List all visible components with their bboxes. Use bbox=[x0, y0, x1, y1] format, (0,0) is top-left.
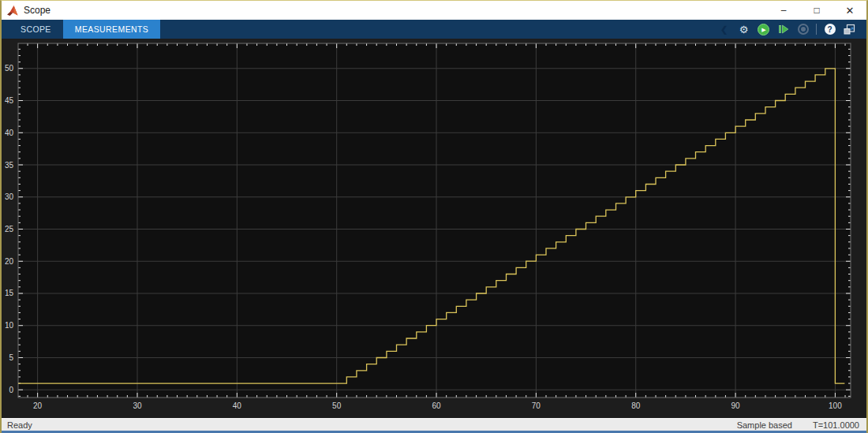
stop-icon bbox=[798, 24, 809, 35]
window-controls: – □ ✕ bbox=[767, 1, 866, 20]
simulation-time-label: T=101.0000 bbox=[813, 420, 859, 430]
chevron-left-icon: ❮ bbox=[720, 24, 728, 35]
maximize-button[interactable]: □ bbox=[800, 1, 833, 20]
toolstrip: SCOPE MEASUREMENTS ❮ ⚙ ▶ bbox=[2, 20, 866, 39]
highlight-block-icon bbox=[844, 24, 855, 35]
svg-text:80: 80 bbox=[631, 401, 641, 410]
toolstrip-buttons: ❮ ⚙ ▶ ? bbox=[717, 20, 866, 39]
scope-window: Scope – □ ✕ SCOPE MEASUREMENTS ❮ ⚙ ▶ bbox=[0, 0, 868, 433]
simulation-settings-button[interactable]: ⚙ bbox=[737, 23, 750, 36]
svg-text:50: 50 bbox=[5, 64, 14, 73]
stop-button[interactable] bbox=[796, 23, 810, 36]
gear-icon: ⚙ bbox=[739, 24, 749, 35]
svg-text:45: 45 bbox=[5, 96, 14, 105]
sample-mode-label: Sample based bbox=[737, 420, 792, 430]
svg-text:30: 30 bbox=[5, 192, 14, 201]
svg-text:10: 10 bbox=[5, 321, 14, 330]
status-bar: Ready Sample based T=101.0000 bbox=[2, 418, 866, 431]
svg-text:70: 70 bbox=[532, 401, 541, 410]
svg-text:30: 30 bbox=[133, 401, 142, 410]
status-text: Ready bbox=[2, 420, 32, 430]
plot-figure: 203040506070809010005101520253035404550 bbox=[2, 39, 866, 418]
toolbar-separator bbox=[816, 24, 817, 35]
step-forward-icon bbox=[778, 24, 789, 35]
svg-text:0: 0 bbox=[9, 386, 13, 394]
close-button[interactable]: ✕ bbox=[833, 1, 866, 20]
svg-text:40: 40 bbox=[233, 401, 242, 410]
run-icon: ▶ bbox=[758, 24, 769, 35]
matlab-logo-icon bbox=[7, 6, 18, 16]
step-forward-button[interactable] bbox=[776, 23, 790, 36]
tab-scope[interactable]: SCOPE bbox=[9, 20, 63, 39]
svg-text:20: 20 bbox=[33, 401, 43, 410]
svg-text:20: 20 bbox=[5, 257, 14, 266]
svg-text:40: 40 bbox=[5, 129, 14, 137]
svg-text:100: 100 bbox=[829, 401, 842, 410]
minimize-button[interactable]: – bbox=[767, 1, 800, 20]
window-title: Scope bbox=[24, 5, 51, 16]
svg-text:25: 25 bbox=[5, 225, 14, 233]
svg-text:50: 50 bbox=[332, 401, 342, 410]
titlebar: Scope – □ ✕ bbox=[2, 1, 866, 20]
collapse-toolstrip-button[interactable]: ❮ bbox=[717, 23, 731, 36]
tab-measurements[interactable]: MEASUREMENTS bbox=[63, 20, 160, 39]
help-icon: ? bbox=[825, 24, 836, 35]
svg-text:35: 35 bbox=[5, 161, 14, 170]
svg-text:15: 15 bbox=[5, 289, 14, 297]
svg-text:5: 5 bbox=[9, 353, 13, 362]
highlight-simulink-block-button[interactable] bbox=[843, 23, 856, 36]
help-button[interactable]: ? bbox=[823, 23, 836, 36]
run-button[interactable]: ▶ bbox=[757, 23, 770, 36]
svg-text:90: 90 bbox=[731, 401, 741, 410]
status-right-group: Sample based T=101.0000 bbox=[737, 420, 866, 430]
svg-text:60: 60 bbox=[432, 401, 441, 410]
scope-plot-canvas[interactable]: 203040506070809010005101520253035404550 bbox=[2, 39, 866, 418]
